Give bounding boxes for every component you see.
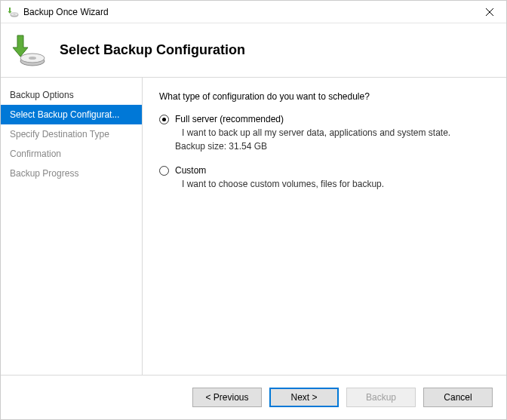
backup-button: Backup [346,388,416,407]
radio-custom[interactable] [159,166,169,176]
step-specify-destination-type: Specify Destination Type [1,124,142,144]
option-full-server-desc: I want to back up all my server data, ap… [182,127,490,138]
wizard-steps-sidebar: Backup Options Select Backup Configurat.… [1,78,143,375]
cancel-button[interactable]: Cancel [423,388,493,407]
step-confirmation: Confirmation [1,144,142,164]
radio-full-server[interactable] [159,115,169,124]
step-backup-progress: Backup Progress [1,164,142,183]
wizard-header-icon [10,32,46,69]
option-full-server-label: Full server (recommended) [175,114,284,124]
previous-button[interactable]: < Previous [192,388,262,407]
option-full-server-size: Backup size: 31.54 GB [175,141,490,152]
close-button[interactable] [472,1,506,23]
option-full-server[interactable]: Full server (recommended) I want to back… [159,114,490,152]
next-button[interactable]: Next > [269,388,339,407]
step-backup-options[interactable]: Backup Options [1,85,142,105]
content-pane: What type of configuration do you want t… [143,78,506,375]
option-custom-desc: I want to choose custom volumes, files f… [182,179,490,189]
step-select-backup-configuration[interactable]: Select Backup Configurat... [1,105,142,124]
svg-point-7 [29,57,36,60]
svg-point-2 [14,14,16,14]
option-custom-label: Custom [175,165,206,176]
page-title: Select Backup Configuration [60,42,245,58]
prompt-text: What type of configuration do you want t… [159,91,490,102]
app-icon [7,6,19,18]
window-title: Backup Once Wizard [23,7,472,17]
option-custom[interactable]: Custom I want to choose custom volumes, … [159,165,490,189]
